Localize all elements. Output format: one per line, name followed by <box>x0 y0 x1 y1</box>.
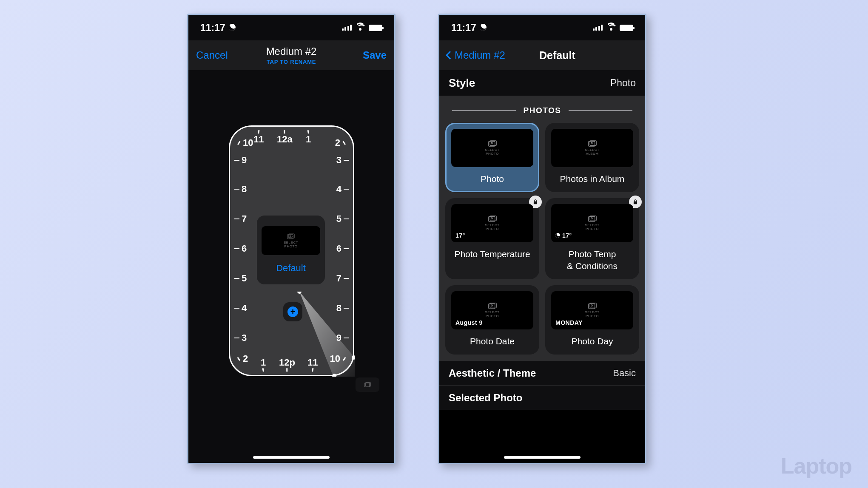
overlay-tempcond: 17° <box>555 232 572 239</box>
clock-hour-2b: 2 <box>237 353 248 364</box>
style-label: Style <box>449 77 475 90</box>
nav-title-group[interactable]: Medium #2 TAP TO RENAME <box>266 45 317 65</box>
clock-hour-5r: 5 <box>336 213 349 224</box>
clock-hour-8r: 8 <box>336 303 349 314</box>
overlay-temp: 17° <box>455 232 465 239</box>
widget-placeholder-text: SELECT PHOTO <box>284 241 298 248</box>
clock-hour-10: 10 <box>237 137 253 148</box>
clock-hour-6l: 6 <box>234 243 247 254</box>
page-title: Default <box>539 49 575 62</box>
battery-icon <box>620 25 633 31</box>
svg-point-17 <box>491 218 492 219</box>
selected-photo-row[interactable]: Selected Photo <box>439 385 645 410</box>
overlay-day: MONDAY <box>555 319 583 326</box>
moon-icon <box>555 233 561 238</box>
status-bar: 11:17 <box>188 15 394 40</box>
thumb-day: SELECT PHOTO MONDAY <box>551 291 633 329</box>
style-cell-photos-in-album[interactable]: SELECT ALBUM Photos in Album <box>545 123 639 192</box>
clock-hour-4r: 4 <box>336 184 349 195</box>
phone-screenshot-right: 11:17 Medium #2 Default Style Photo PHOT… <box>438 14 646 464</box>
clock-hour-9l: 9 <box>234 155 247 166</box>
svg-point-23 <box>491 305 492 306</box>
clock-hour-12p: 12p <box>279 357 295 371</box>
style-row[interactable]: Style Photo <box>439 70 645 96</box>
nav-title: Medium #2 <box>266 45 317 57</box>
plus-icon: + <box>287 306 298 317</box>
clock-hour-11b: 11 <box>307 357 318 371</box>
dnd-moon-icon <box>229 24 236 31</box>
wifi-icon <box>606 24 616 31</box>
aesthetic-value: Basic <box>613 368 636 379</box>
dnd-moon-icon <box>480 24 487 31</box>
clock-hour-7l: 7 <box>234 213 247 224</box>
selected-photo-label: Selected Photo <box>449 392 522 404</box>
clock-hour-12a: 12a <box>277 131 293 145</box>
widget-preview-thumb: SELECT PHOTO <box>262 226 320 255</box>
home-indicator[interactable] <box>253 456 330 459</box>
style-value: Photo <box>610 77 636 89</box>
back-label: Medium #2 <box>455 49 505 61</box>
style-cell-photo-day[interactable]: SELECT PHOTO MONDAY Photo Day <box>545 285 639 355</box>
thumb-date: SELECT PHOTO August 9 <box>451 291 533 329</box>
battery-icon <box>369 25 382 31</box>
clock-hour-11: 11 <box>253 131 264 145</box>
cell-signal-icon <box>342 25 352 31</box>
section-title: PHOTOS <box>524 106 561 115</box>
add-widget-button[interactable]: + <box>283 302 302 321</box>
style-body: Style Photo PHOTOS SELECT PHOTO Photo SE… <box>439 70 645 463</box>
clock-hour-5l: 5 <box>234 273 247 284</box>
status-bar: 11:17 <box>439 15 645 40</box>
nav-bar: Cancel Medium #2 TAP TO RENAME Save <box>188 40 394 70</box>
cell-name: Photo Day <box>571 335 613 347</box>
style-cell-photo[interactable]: SELECT PHOTO Photo <box>445 123 539 192</box>
clock-face: 10 11 12a 1 2 9 3 8 4 7 5 6 6 5 7 4 8 3 … <box>229 125 354 376</box>
drag-ghost-thumb[interactable] <box>356 377 379 392</box>
svg-point-1 <box>297 292 302 294</box>
clock-hour-3r: 3 <box>336 155 349 166</box>
svg-point-14 <box>591 142 592 144</box>
status-time: 11:17 <box>200 22 225 34</box>
svg-point-3 <box>332 374 336 377</box>
phone-screenshot-left: 11:17 Cancel Medium #2 TAP TO RENAME Sav… <box>187 14 396 464</box>
widget-preview-area: 10 11 12a 1 2 9 3 8 4 7 5 6 6 5 7 4 8 3 … <box>188 70 394 463</box>
cell-name: Photos in Album <box>560 173 625 184</box>
thumb-tempcond: SELECT PHOTO 17° <box>551 204 633 242</box>
clock-hour-2: 2 <box>335 137 346 148</box>
clock-hour-10b: 10 <box>330 353 346 364</box>
clock-hour-1: 1 <box>306 131 311 145</box>
thumb-temp: SELECT PHOTO 17° <box>451 204 533 242</box>
cell-name: Photo Temperature <box>454 248 530 260</box>
wifi-icon <box>356 24 365 31</box>
watermark: Laptop <box>781 453 852 479</box>
home-indicator[interactable] <box>504 456 581 459</box>
cell-name: Photo Date <box>470 335 515 347</box>
widget-preview-card[interactable]: SELECT PHOTO Default <box>257 216 325 284</box>
svg-point-11 <box>491 142 492 144</box>
clock-hour-6r: 6 <box>336 243 349 254</box>
svg-point-20 <box>591 218 592 219</box>
nav-subtitle: TAP TO RENAME <box>266 59 317 65</box>
clock-hour-1b: 1 <box>261 357 266 371</box>
style-cell-photo-temp-conditions[interactable]: SELECT PHOTO 17° Photo Temp & Conditions <box>545 198 639 279</box>
svg-point-2 <box>352 355 355 360</box>
svg-point-6 <box>290 235 291 236</box>
aesthetic-row[interactable]: Aesthetic / Theme Basic <box>439 360 645 385</box>
cell-name: Photo <box>481 173 504 184</box>
cell-name: Photo Temp & Conditions <box>567 248 618 272</box>
photos-section-header: PHOTOS <box>439 96 645 123</box>
clock-hour-8l: 8 <box>234 184 247 195</box>
style-cell-photo-date[interactable]: SELECT PHOTO August 9 Photo Date <box>445 285 539 355</box>
clock-hour-3l: 3 <box>234 332 247 343</box>
aesthetic-label: Aesthetic / Theme <box>449 367 536 379</box>
cancel-button[interactable]: Cancel <box>196 49 239 61</box>
save-button[interactable]: Save <box>344 49 387 61</box>
clock-hour-7r: 7 <box>336 273 349 284</box>
back-button[interactable]: Medium #2 <box>447 49 505 61</box>
status-time: 11:17 <box>451 22 476 34</box>
style-cell-photo-temperature[interactable]: SELECT PHOTO 17° Photo Temperature <box>445 198 539 279</box>
style-grid: SELECT PHOTO Photo SELECT ALBUM Photos i… <box>439 123 645 360</box>
thumb-album: SELECT ALBUM <box>551 129 633 167</box>
cell-signal-icon <box>593 25 603 31</box>
nav-bar: Medium #2 Default <box>439 40 645 70</box>
chevron-left-icon <box>446 51 454 60</box>
